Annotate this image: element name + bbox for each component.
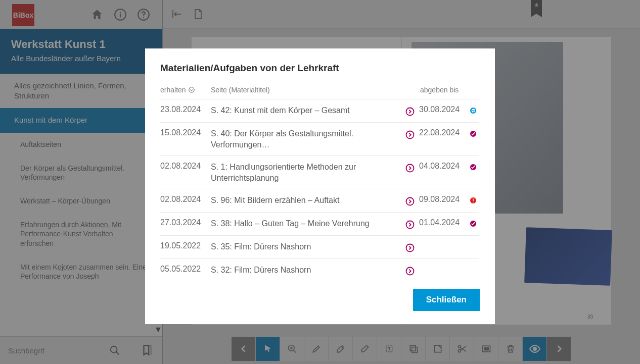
open-material-icon[interactable] [405,105,419,117]
status-icon [468,195,479,204]
open-material-icon[interactable] [405,265,419,276]
open-material-icon[interactable] [405,128,419,140]
svg-point-31 [406,268,414,275]
due-date: 22.08.2024 [419,128,468,137]
table-row: 02.08.2024S. 96: Mit Bildern erzählen – … [160,189,479,212]
open-material-icon[interactable] [405,195,419,206]
material-title: S. 32: Film: Dürers Nashorn [211,265,405,276]
svg-point-24 [406,198,414,205]
material-title: S. 1: Handlungsorientierte Methoden zur … [211,162,405,183]
material-title: S. 40: Der Körper als Gestaltungsmittel.… [211,128,405,150]
svg-point-22 [406,165,414,172]
open-material-icon[interactable] [405,218,419,230]
due-date: 04.08.2024 [419,162,468,171]
svg-point-18 [406,108,414,116]
close-button[interactable]: Schließen [413,289,480,311]
materials-list[interactable]: 23.08.2024S. 42: Kunst mit dem Körper – … [160,99,480,281]
received-date: 23.08.2024 [160,105,211,114]
svg-point-20 [406,131,414,139]
column-received[interactable]: erhalten [160,86,211,94]
received-date: 02.08.2024 [160,162,211,171]
received-date: 19.05.2022 [160,241,211,250]
svg-point-17 [189,87,194,93]
table-row: 15.08.2024S. 40: Der Körper als Gestaltu… [160,122,479,155]
sort-desc-icon [188,86,195,93]
status-icon [468,105,479,115]
column-received-label: erhalten [160,86,186,94]
table-row: 27.03.2024S. 38: Hallo – Guten Tag – Mei… [160,212,479,235]
table-row: 23.08.2024S. 42: Kunst mit dem Körper – … [160,99,479,122]
received-date: 05.05.2022 [160,265,211,274]
svg-rect-27 [473,202,473,202]
modal-title: Materialien/Aufgaben von der Lehrkraft [160,63,480,74]
svg-point-19 [470,108,476,114]
status-icon [468,128,479,138]
open-material-icon[interactable] [405,241,419,253]
material-title: S. 35: Film: Dürers Nashorn [211,241,405,252]
due-date: 09.08.2024 [419,195,468,204]
table-row: 02.08.2024S. 1: Handlungsorientierte Met… [160,155,479,189]
open-material-icon[interactable] [405,162,419,173]
material-title: S. 38: Hallo – Guten Tag – Meine Verehru… [211,218,405,229]
due-date: 30.08.2024 [419,105,468,114]
due-date: 01.04.2024 [419,218,468,227]
received-date: 27.03.2024 [160,218,211,227]
received-date: 02.08.2024 [160,195,211,204]
material-title: S. 42: Kunst mit dem Körper – Gesamt [211,105,405,116]
modal-overlay[interactable]: Materialien/Aufgaben von der Lehrkraft e… [0,0,640,364]
svg-point-30 [406,244,414,252]
column-page[interactable]: Seite (Materialtitel) [211,86,406,94]
svg-point-28 [406,221,414,229]
received-date: 15.08.2024 [160,128,211,137]
status-icon [468,265,479,266]
status-icon [468,218,479,228]
status-icon [468,162,479,171]
materials-table: erhalten Seite (Materialtitel) abgeben b… [160,86,480,281]
material-title: S. 96: Mit Bildern erzählen – Auftakt [211,195,405,206]
svg-rect-26 [473,198,473,201]
column-due[interactable]: abgeben bis [420,86,469,94]
status-icon [468,241,479,243]
materials-modal: Materialien/Aufgaben von der Lehrkraft e… [145,48,495,324]
table-row: 05.05.2022S. 32: Film: Dürers Nashorn [160,258,479,281]
table-header: erhalten Seite (Materialtitel) abgeben b… [160,86,480,99]
table-row: 19.05.2022S. 35: Film: Dürers Nashorn [160,235,479,258]
